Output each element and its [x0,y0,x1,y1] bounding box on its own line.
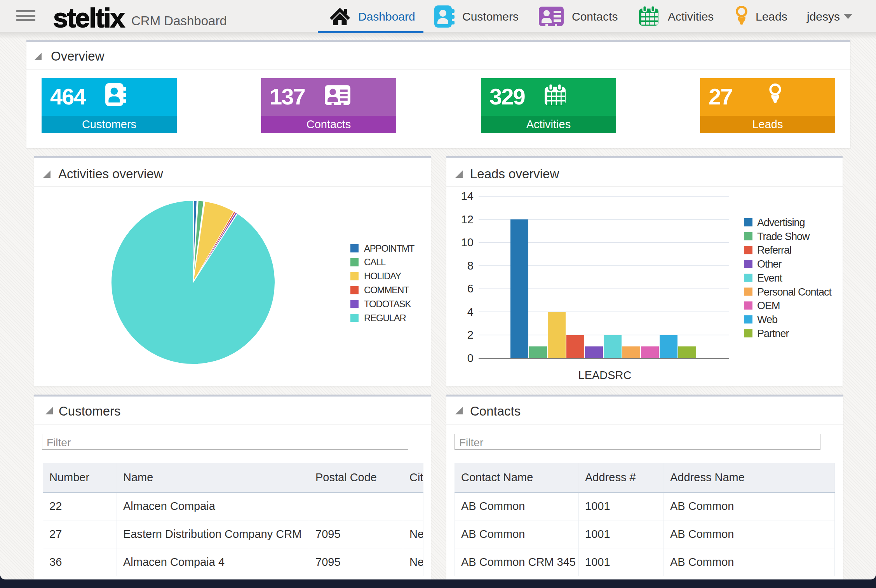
svg-text:APPOINTMT: APPOINTMT [364,243,415,254]
svg-text:12: 12 [461,213,474,226]
svg-text:OEM: OEM [757,300,780,311]
svg-text:Personal Contact: Personal Contact [757,286,832,298]
svg-text:8: 8 [467,259,474,272]
svg-text:Web: Web [757,314,777,325]
svg-text:Other: Other [757,258,782,270]
svg-text:REGULAR: REGULAR [364,313,406,323]
svg-text:Partner: Partner [757,328,789,339]
svg-text:CALL: CALL [364,257,386,267]
svg-text:LEADSRC: LEADSRC [578,369,632,381]
svg-text:TODOTASK: TODOTASK [364,299,411,309]
svg-text:COMMENT: COMMENT [364,285,409,295]
svg-text:10: 10 [461,236,474,249]
svg-text:Referral: Referral [757,244,791,256]
svg-text:4: 4 [467,306,474,318]
svg-text:HOLIDAY: HOLIDAY [364,271,401,281]
svg-text:14: 14 [461,190,474,202]
svg-text:6: 6 [467,282,474,295]
svg-text:Event: Event [757,272,783,284]
svg-text:2: 2 [467,329,474,341]
svg-text:0: 0 [467,352,474,364]
svg-text:Advertising: Advertising [757,217,805,228]
svg-text:Trade Show: Trade Show [757,231,810,242]
